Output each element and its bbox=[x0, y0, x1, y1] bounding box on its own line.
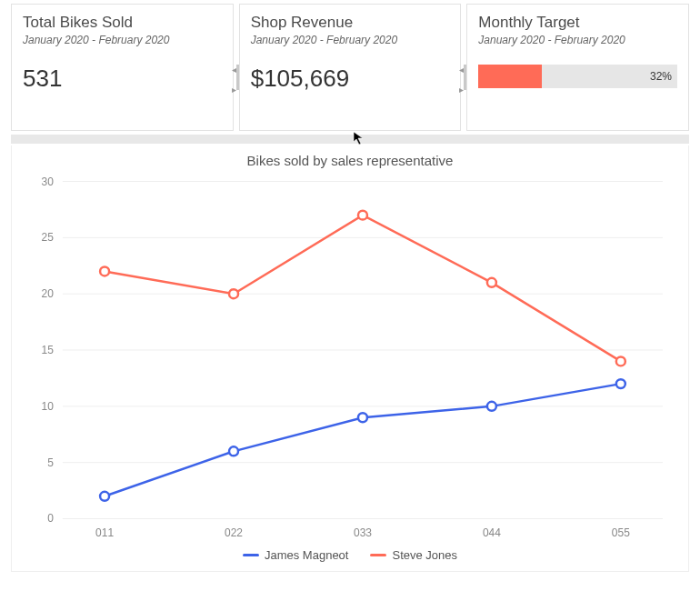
resize-handle-icon[interactable] bbox=[236, 65, 239, 90]
kpi-card-bikes-sold[interactable]: Total Bikes Sold January 2020 - February… bbox=[11, 4, 234, 131]
svg-point-26 bbox=[358, 211, 367, 220]
svg-text:15: 15 bbox=[42, 344, 55, 356]
svg-text:30: 30 bbox=[42, 175, 55, 188]
chart-legend: James Magneot Steve Jones bbox=[19, 545, 681, 567]
svg-point-22 bbox=[487, 402, 496, 411]
resize-handle-icon[interactable] bbox=[464, 65, 466, 90]
kpi-card-monthly-target[interactable]: ◂ ▸ Monthly Target January 2020 - Februa… bbox=[466, 4, 689, 131]
svg-point-25 bbox=[229, 289, 238, 298]
svg-text:0: 0 bbox=[47, 513, 54, 526]
svg-text:033: 033 bbox=[354, 526, 372, 539]
chart-panel[interactable]: Bikes sold by sales representative 05101… bbox=[11, 145, 689, 572]
svg-text:022: 022 bbox=[225, 526, 243, 539]
progress-fill bbox=[478, 65, 542, 88]
panel-separator[interactable] bbox=[11, 135, 689, 144]
svg-point-19 bbox=[100, 492, 109, 501]
progress-label: 32% bbox=[650, 70, 672, 83]
legend-swatch-icon bbox=[243, 554, 259, 556]
svg-text:20: 20 bbox=[42, 287, 55, 300]
chart-title: Bikes sold by sales representative bbox=[19, 153, 681, 168]
svg-text:5: 5 bbox=[47, 456, 54, 469]
caret-left-icon: ◂ bbox=[459, 65, 464, 75]
svg-text:055: 055 bbox=[612, 526, 630, 539]
kpi-title: Total Bikes Sold bbox=[23, 14, 222, 32]
legend-label: James Magneot bbox=[265, 548, 349, 562]
svg-text:044: 044 bbox=[483, 526, 501, 539]
kpi-subtitle: January 2020 - February 2020 bbox=[23, 34, 222, 46]
legend-item-steve[interactable]: Steve Jones bbox=[370, 548, 457, 562]
caret-left-icon: ◂ bbox=[232, 65, 236, 75]
kpi-title: Monthly Target bbox=[478, 14, 677, 32]
kpi-value: $105,669 bbox=[251, 65, 450, 93]
legend-item-james[interactable]: James Magneot bbox=[243, 548, 349, 562]
kpi-row: Total Bikes Sold January 2020 - February… bbox=[0, 0, 700, 131]
legend-label: Steve Jones bbox=[392, 548, 457, 562]
svg-text:25: 25 bbox=[42, 231, 55, 244]
svg-point-21 bbox=[358, 413, 367, 422]
kpi-subtitle: January 2020 - February 2020 bbox=[251, 34, 450, 46]
svg-point-23 bbox=[616, 379, 625, 388]
kpi-card-shop-revenue[interactable]: ◂ ▸ Shop Revenue January 2020 - February… bbox=[239, 4, 462, 131]
caret-right-icon: ▸ bbox=[459, 85, 464, 95]
kpi-value: 531 bbox=[23, 65, 222, 93]
svg-point-27 bbox=[487, 278, 496, 287]
svg-text:10: 10 bbox=[42, 400, 55, 413]
caret-right-icon: ▸ bbox=[232, 85, 236, 95]
progress-bar: 32% bbox=[478, 65, 677, 88]
svg-point-28 bbox=[616, 356, 625, 366]
kpi-subtitle: January 2020 - February 2020 bbox=[478, 34, 677, 46]
legend-swatch-icon bbox=[370, 554, 386, 556]
svg-point-20 bbox=[229, 446, 238, 456]
line-chart: 051015202530011022033044055 bbox=[19, 172, 681, 545]
kpi-title: Shop Revenue bbox=[251, 14, 450, 32]
svg-text:011: 011 bbox=[95, 526, 114, 539]
svg-point-24 bbox=[100, 266, 109, 275]
